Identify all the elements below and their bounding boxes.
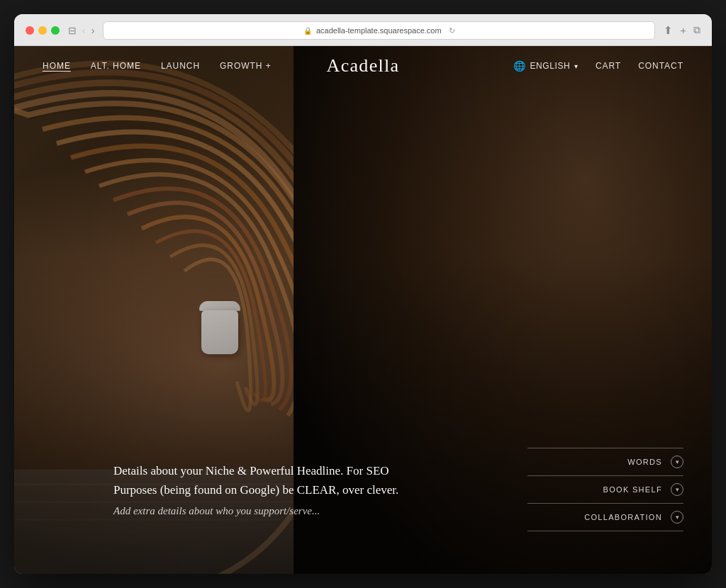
address-bar[interactable]: 🔒 acadella-template.squarespace.com ↻: [103, 21, 655, 40]
back-icon[interactable]: ‹: [82, 25, 86, 36]
globe-icon: 🌐: [513, 60, 526, 72]
side-menu-item-collaboration[interactable]: COLLABORATION ▾: [527, 503, 683, 531]
browser-window: ⊟ ‹ › 🔒 acadella-template.squarespace.co…: [14, 14, 712, 574]
nav-link-alt-home[interactable]: ALT. HOME: [91, 61, 141, 71]
share-icon[interactable]: ⬆: [664, 24, 673, 37]
tabs-icon[interactable]: ⧉: [693, 24, 700, 37]
traffic-lights: [26, 26, 60, 35]
site-logo[interactable]: Acadella: [327, 55, 400, 77]
browser-chrome: ⊟ ‹ › 🔒 acadella-template.squarespace.co…: [14, 14, 712, 46]
chevron-down-icon-bookshelf[interactable]: ▾: [671, 483, 683, 496]
side-menu-item-words[interactable]: WORDS ▾: [527, 448, 683, 475]
refresh-icon[interactable]: ↻: [449, 26, 455, 35]
chevron-down-icon: ▾: [574, 62, 579, 70]
sidebar-toggle-icon[interactable]: ⊟: [68, 25, 77, 36]
nav-right: 🌐 ENGLISH ▾ CART CONTACT: [513, 60, 683, 72]
forward-icon[interactable]: ›: [91, 25, 95, 36]
side-accordion-menu: WORDS ▾ BOOK SHELF ▾ COLLABORATION ▾: [527, 448, 683, 531]
side-menu-item-bookshelf[interactable]: BOOK SHELF ▾: [527, 475, 683, 503]
nav-link-cart[interactable]: CART: [596, 61, 621, 71]
side-menu-label-collaboration: COLLABORATION: [584, 513, 662, 521]
website-content: HOME ALT. HOME LAUNCH GROWTH + Acadella …: [14, 46, 712, 574]
minimize-button[interactable]: [38, 26, 47, 35]
nav-link-launch[interactable]: LAUNCH: [161, 61, 200, 71]
url-text: acadella-template.squarespace.com: [316, 26, 442, 35]
site-navigation: HOME ALT. HOME LAUNCH GROWTH + Acadella …: [14, 46, 712, 86]
new-tab-icon[interactable]: +: [680, 24, 686, 37]
side-menu-label-words: WORDS: [627, 458, 662, 466]
browser-controls: ⊟ ‹ ›: [68, 25, 94, 36]
maximize-button[interactable]: [51, 26, 60, 35]
chevron-down-icon-words[interactable]: ▾: [671, 456, 683, 468]
side-menu-label-bookshelf: BOOK SHELF: [603, 485, 663, 494]
hero-headline: Details about your Niche & Powerful Head…: [113, 461, 411, 499]
lock-icon: 🔒: [303, 27, 312, 35]
hero-subtext: Add extra details about who you support/…: [113, 505, 411, 517]
browser-actions: ⬆ + ⧉: [664, 24, 700, 37]
language-label: ENGLISH: [530, 61, 570, 71]
language-selector[interactable]: 🌐 ENGLISH ▾: [513, 60, 579, 72]
chevron-down-icon-collaboration[interactable]: ▾: [671, 511, 683, 524]
nav-link-contact[interactable]: CONTACT: [638, 61, 683, 71]
hero-text-block: Details about your Niche & Powerful Head…: [113, 461, 411, 517]
nav-link-growth[interactable]: GROWTH +: [220, 61, 272, 71]
nav-link-home[interactable]: HOME: [43, 61, 71, 71]
nav-left: HOME ALT. HOME LAUNCH GROWTH +: [43, 61, 272, 71]
close-button[interactable]: [26, 26, 34, 35]
